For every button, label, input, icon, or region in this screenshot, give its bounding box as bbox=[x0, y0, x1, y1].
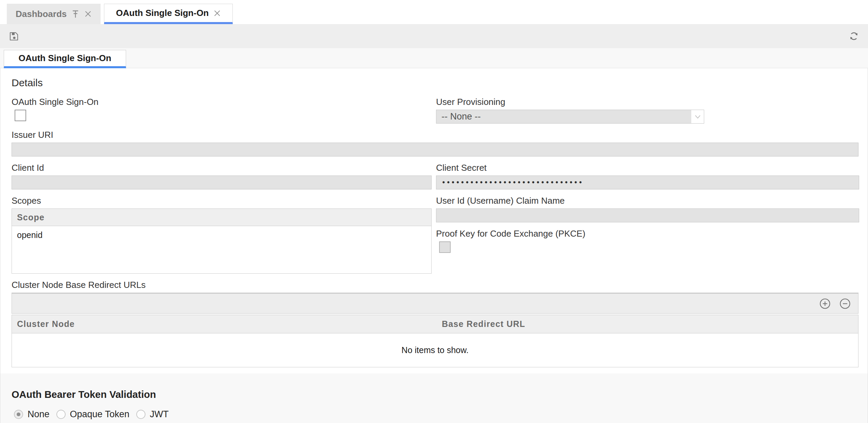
tab-dashboards[interactable]: Dashboards bbox=[7, 4, 101, 24]
issuer-uri-input bbox=[12, 143, 858, 157]
plus-circle-icon bbox=[819, 298, 831, 309]
radio-label-jwt: JWT bbox=[150, 409, 169, 420]
refresh-button[interactable] bbox=[849, 31, 859, 41]
scope-column-header: Scope bbox=[12, 208, 432, 226]
scope-row[interactable]: openid bbox=[12, 226, 431, 244]
cluster-redirects-label: Cluster Node Base Redirect URLs bbox=[12, 280, 858, 290]
cluster-table-body: No items to show. bbox=[12, 333, 858, 367]
add-row-button[interactable] bbox=[819, 298, 831, 309]
client-secret-label: Client Secret bbox=[436, 163, 859, 173]
window-tab-bar: Dashboards OAuth Single Sign-On bbox=[0, 0, 868, 24]
floppy-disk-icon bbox=[9, 31, 19, 41]
radio-icon[interactable] bbox=[56, 410, 66, 419]
radio-icon[interactable] bbox=[14, 410, 23, 419]
page-tab-label: OAuth Single Sign-On bbox=[19, 53, 111, 63]
minus-circle-icon bbox=[839, 298, 851, 309]
bearer-token-section: OAuth Bearer Token Validation None Opaqu… bbox=[0, 373, 868, 423]
radio-dot bbox=[17, 412, 20, 416]
client-secret-field: Client Secret ••••••••••••••••••••••••••… bbox=[436, 163, 859, 189]
radio-option-jwt[interactable]: JWT bbox=[136, 409, 169, 420]
radio-option-opaque-token[interactable]: Opaque Token bbox=[56, 409, 129, 420]
action-toolbar bbox=[0, 24, 868, 48]
cluster-redirects-field: Cluster Node Base Redirect URLs bbox=[12, 280, 858, 367]
client-id-label: Client Id bbox=[12, 163, 432, 173]
radio-label-opaque-token: Opaque Token bbox=[70, 409, 129, 420]
page-tab-bar: OAuth Single Sign-On bbox=[0, 48, 868, 68]
radio-icon[interactable] bbox=[136, 410, 145, 419]
tab-oauth-label: OAuth Single Sign-On bbox=[116, 8, 209, 18]
cluster-node-column-header: Cluster Node bbox=[12, 319, 437, 329]
issuer-uri-field: Issuer URI bbox=[12, 130, 858, 157]
close-icon[interactable] bbox=[213, 10, 221, 17]
tab-oauth-single-sign-on[interactable]: OAuth Single Sign-On bbox=[104, 4, 233, 24]
user-provisioning-value: -- None -- bbox=[441, 111, 481, 122]
page-tab-oauth-single-sign-on[interactable]: OAuth Single Sign-On bbox=[4, 50, 126, 68]
user-id-claim-label: User Id (Username) Claim Name bbox=[436, 196, 859, 206]
close-icon[interactable] bbox=[84, 10, 92, 18]
bearer-token-heading: OAuth Bearer Token Validation bbox=[12, 389, 858, 400]
oauth-sso-label: OAuth Single Sign-On bbox=[12, 97, 432, 107]
empty-table-message: No items to show. bbox=[401, 345, 468, 355]
content-panel: Details OAuth Single Sign-On User Provis… bbox=[0, 68, 868, 423]
pin-icon[interactable] bbox=[71, 10, 80, 18]
client-secret-input: •••••••••••••••••••••••••••••• bbox=[436, 176, 859, 189]
bearer-token-radio-group: None Opaque Token JWT bbox=[12, 409, 858, 420]
pkce-label: Proof Key for Code Exchange (PKCE) bbox=[436, 228, 859, 239]
user-provisioning-select: -- None -- bbox=[436, 110, 704, 124]
oauth-sso-field: OAuth Single Sign-On bbox=[12, 97, 432, 124]
scopes-field: Scopes Scope openid bbox=[12, 196, 432, 274]
details-heading: Details bbox=[12, 77, 858, 89]
radio-label-none: None bbox=[28, 409, 50, 420]
remove-row-button[interactable] bbox=[839, 298, 851, 309]
details-form: Details OAuth Single Sign-On User Provis… bbox=[0, 68, 868, 373]
right-column-stack: User Id (Username) Claim Name Proof Key … bbox=[436, 196, 859, 280]
client-secret-masked-value: •••••••••••••••••••••••••••••• bbox=[441, 179, 583, 187]
issuer-uri-label: Issuer URI bbox=[12, 130, 858, 140]
oauth-sso-checkbox[interactable] bbox=[15, 110, 26, 121]
client-id-field: Client Id bbox=[12, 163, 432, 189]
chevron-down-icon bbox=[691, 110, 704, 123]
client-id-input bbox=[12, 176, 432, 189]
scopes-table-body: openid bbox=[12, 226, 432, 274]
tab-dashboards-label: Dashboards bbox=[16, 9, 67, 19]
user-provisioning-label: User Provisioning bbox=[436, 97, 859, 107]
base-redirect-url-column-header: Base Redirect URL bbox=[437, 319, 858, 329]
user-id-claim-input bbox=[436, 208, 859, 222]
scopes-table: Scope openid bbox=[12, 208, 432, 274]
pkce-field: Proof Key for Code Exchange (PKCE) bbox=[436, 228, 859, 253]
cluster-redirects-toolbar bbox=[12, 293, 858, 314]
save-button[interactable] bbox=[9, 31, 19, 41]
radio-option-none[interactable]: None bbox=[14, 409, 50, 420]
refresh-icon bbox=[849, 31, 859, 41]
scopes-label: Scopes bbox=[12, 196, 432, 206]
pkce-checkbox bbox=[439, 241, 451, 253]
user-id-claim-field: User Id (Username) Claim Name bbox=[436, 196, 859, 222]
cluster-table-header: Cluster Node Base Redirect URL bbox=[12, 315, 858, 333]
user-provisioning-field: User Provisioning -- None -- bbox=[436, 97, 859, 124]
